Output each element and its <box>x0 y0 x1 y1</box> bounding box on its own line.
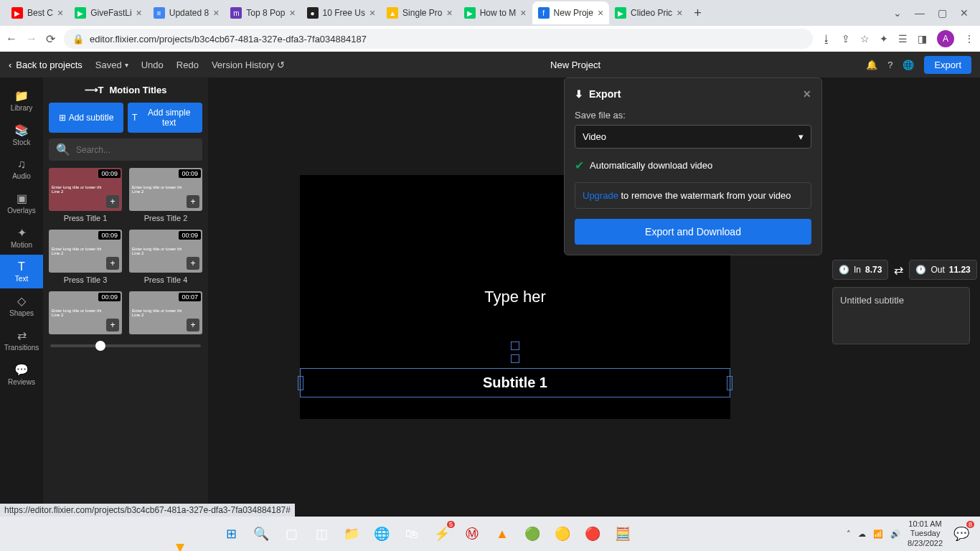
tab-close-icon[interactable]: × <box>520 7 526 19</box>
saved-status[interactable]: Saved ▾ <box>95 60 128 70</box>
out-time-field[interactable]: 🕐 Out 11.23 <box>909 260 976 280</box>
add-thumb-icon[interactable]: + <box>187 257 199 270</box>
tab-close-icon[interactable]: × <box>598 7 603 19</box>
reload-icon[interactable]: ⟳ <box>46 32 55 46</box>
sidebar-item-transitions[interactable]: ⇄Transitions <box>0 323 43 357</box>
title-template-thumb[interactable]: 00:09Enter long title or lower thiLine 2… <box>129 230 202 284</box>
browser-tab[interactable]: ▶GiveFastLi× <box>69 1 148 24</box>
thumb-size-slider[interactable] <box>43 337 208 354</box>
resize-handle-right[interactable] <box>727 376 732 390</box>
share-icon[interactable]: ⇪ <box>842 33 850 44</box>
swap-icon[interactable]: ⇄ <box>894 263 903 277</box>
volume-icon[interactable]: 🔊 <box>890 529 900 539</box>
title-template-thumb[interactable]: 00:09Enter long title or lower thiLine 2… <box>49 291 122 337</box>
chrome-icon-3[interactable]: 🔴 <box>581 522 604 545</box>
browser-tab[interactable]: ▲Single Pro× <box>381 1 458 24</box>
close-window-icon[interactable]: ✕ <box>960 7 969 19</box>
resize-handle-left[interactable] <box>298 376 303 390</box>
add-subtitle-button[interactable]: ⊞ Add subtitle <box>49 103 123 133</box>
version-history[interactable]: Version History ↺ <box>212 60 285 70</box>
browser-tab[interactable]: ●10 Free Us× <box>301 1 382 24</box>
sidebar-item-library[interactable]: 📁Library <box>0 83 43 118</box>
profile-avatar[interactable]: A <box>937 30 954 47</box>
extensions-icon[interactable]: ✦ <box>880 33 888 44</box>
export-button[interactable]: Export <box>924 56 971 74</box>
explorer-icon[interactable]: 📁 <box>340 522 363 545</box>
menu-icon[interactable]: ⋮ <box>964 33 974 44</box>
sidebar-item-shapes[interactable]: ◇Shapes <box>0 288 43 323</box>
format-select[interactable]: Video ▾ <box>575 125 811 149</box>
maximize-icon[interactable]: ▢ <box>938 7 947 19</box>
add-thumb-icon[interactable]: + <box>187 319 199 331</box>
title-template-thumb[interactable]: 00:09Enter long title or lower thiLine 2… <box>129 168 202 222</box>
new-tab-button[interactable]: + <box>688 6 707 21</box>
rotate-handle[interactable] <box>511 342 519 350</box>
vlc-icon[interactable]: ▲ <box>491 522 514 545</box>
window-chevron-icon[interactable]: ⌄ <box>893 7 902 19</box>
onedrive-icon[interactable]: ☁ <box>858 529 866 539</box>
redo-button[interactable]: Redo <box>176 60 199 70</box>
start-button[interactable]: ⊞ <box>220 522 242 545</box>
tab-close-icon[interactable]: × <box>677 7 682 19</box>
tab-close-icon[interactable]: × <box>213 7 219 19</box>
sidebar-item-text[interactable]: TText <box>0 255 43 288</box>
chrome-icon-2[interactable]: 🟡 <box>551 522 574 545</box>
in-time-field[interactable]: 🕐 In 8.73 <box>832 260 888 280</box>
sidebar-item-stock[interactable]: 📚Stock <box>0 118 43 152</box>
back-to-projects[interactable]: ‹ Back to projects <box>9 60 83 70</box>
tab-close-icon[interactable]: × <box>136 7 142 19</box>
side-panel-icon[interactable]: ◨ <box>918 33 927 44</box>
playhead[interactable] <box>179 544 181 551</box>
sidebar-item-overlays[interactable]: ▣Overlays <box>0 186 43 220</box>
tab-close-icon[interactable]: × <box>57 7 63 19</box>
notifications-icon[interactable]: 💬8 <box>950 522 973 545</box>
tab-close-icon[interactable]: × <box>446 7 452 19</box>
calculator-icon[interactable]: 🧮 <box>611 522 634 545</box>
add-simple-text-button[interactable]: T Add simple text <box>128 103 202 133</box>
sidebar-item-reviews[interactable]: 💬Reviews <box>0 357 43 392</box>
mcafee-icon[interactable]: Ⓜ <box>461 522 484 545</box>
subtitle-element[interactable]: Subtitle 1 <box>300 368 730 397</box>
wifi-icon[interactable]: 📶 <box>873 529 883 539</box>
bookmark-icon[interactable]: ☆ <box>860 33 870 44</box>
edge-icon[interactable]: 🌐 <box>370 522 393 545</box>
title-template-thumb[interactable]: 00:09Enter long title or lower thiLine 2… <box>49 230 122 284</box>
minimize-icon[interactable]: — <box>915 7 925 19</box>
close-export-icon[interactable]: ✕ <box>803 88 811 100</box>
browser-tab[interactable]: ▶Clideo Pric× <box>609 1 688 24</box>
add-thumb-icon[interactable]: + <box>106 319 119 331</box>
browser-tab[interactable]: ▶Best C× <box>6 1 69 24</box>
search-input[interactable] <box>76 145 195 155</box>
reading-list-icon[interactable]: ☰ <box>898 33 908 44</box>
resize-handle-top[interactable] <box>511 354 519 363</box>
tab-close-icon[interactable]: × <box>289 7 295 19</box>
bell-icon[interactable]: 🔔 <box>866 60 877 70</box>
sidebar-item-motion[interactable]: ✦Motion <box>0 220 43 255</box>
tray-chevron-icon[interactable]: ˄ <box>847 529 851 539</box>
browser-tab[interactable]: mTop 8 Pop× <box>225 1 301 24</box>
install-icon[interactable]: ⭳ <box>821 33 831 44</box>
tab-close-icon[interactable]: × <box>369 7 375 19</box>
export-download-button[interactable]: Export and Download <box>575 219 811 245</box>
auto-download-check[interactable]: ✔ Automatically download video <box>575 159 811 172</box>
upgrade-link[interactable]: Upgrade <box>583 190 618 201</box>
undo-button[interactable]: Undo <box>141 60 164 70</box>
add-thumb-icon[interactable]: + <box>187 195 199 208</box>
add-thumb-icon[interactable]: + <box>106 257 119 270</box>
help-icon[interactable]: ? <box>887 60 892 70</box>
back-icon[interactable]: ← <box>6 32 17 45</box>
add-thumb-icon[interactable]: + <box>106 195 119 208</box>
chrome-icon-1[interactable]: 🟢 <box>521 522 544 545</box>
title-template-thumb[interactable]: 00:07Enter long title or lower thiLine 2… <box>129 291 202 337</box>
globe-icon[interactable]: 🌐 <box>903 60 914 70</box>
title-template-thumb[interactable]: 00:09Enter long title or lower thiLine 2… <box>49 168 122 222</box>
sidebar-item-audio[interactable]: ♫Audio <box>0 152 43 186</box>
task-view-icon[interactable]: ▢ <box>280 522 303 545</box>
search-box[interactable]: 🔍 <box>49 138 202 161</box>
app-icon[interactable]: ⚡5 <box>430 522 453 545</box>
browser-tab[interactable]: ▶How to M× <box>458 1 532 24</box>
subtitle-text-input[interactable]: Untitled subtitle <box>832 287 970 344</box>
widgets-icon[interactable]: ◫ <box>310 522 333 545</box>
browser-tab[interactable]: fNew Proje× <box>532 1 610 24</box>
system-clock[interactable]: 10:01 AM Tuesday 8/23/2022 <box>908 519 943 548</box>
